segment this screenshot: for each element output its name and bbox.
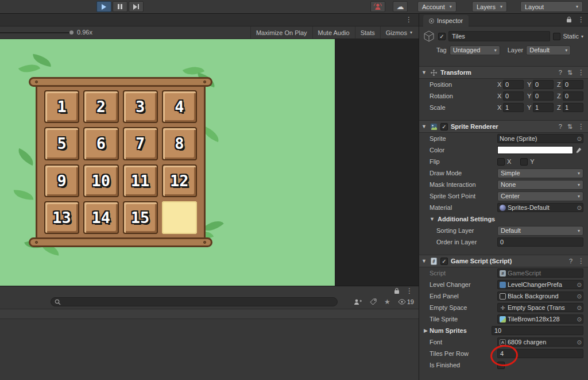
empty-space-tile[interactable] xyxy=(162,201,197,234)
play-button[interactable] xyxy=(96,1,111,12)
gameobject-name-field[interactable]: Tiles xyxy=(448,31,550,41)
foldout-arrow-icon[interactable]: ▶ xyxy=(424,328,430,333)
puzzle-tile[interactable]: 11 xyxy=(123,164,158,197)
component-enabled-checkbox[interactable] xyxy=(440,258,448,265)
puzzle-tile[interactable]: 3 xyxy=(123,90,158,123)
object-picker-icon[interactable]: ⊙ xyxy=(577,305,582,311)
lock-icon[interactable] xyxy=(566,16,572,23)
account-dropdown[interactable]: Account ▾ xyxy=(417,1,457,12)
order-in-layer-field[interactable]: 0 xyxy=(497,237,583,247)
collab-button[interactable] xyxy=(370,1,385,12)
help-icon[interactable]: ? xyxy=(559,123,562,130)
is-finished-checkbox[interactable] xyxy=(497,362,505,369)
color-swatch[interactable] xyxy=(497,146,573,154)
empty-space-object-field[interactable]: Empty Space (Trans ⊙ xyxy=(497,303,583,312)
draw-mode-dropdown[interactable]: Simple ▾ xyxy=(497,168,583,178)
num-sprites-field[interactable]: 10 xyxy=(492,326,583,335)
puzzle-tile[interactable]: 15 xyxy=(123,201,158,234)
maximize-on-play-button[interactable]: Maximize On Play xyxy=(250,26,312,39)
flip-x-checkbox[interactable] xyxy=(497,158,505,166)
object-picker-icon[interactable]: ⊙ xyxy=(577,316,582,323)
chevron-down-icon[interactable]: ▾ xyxy=(581,34,583,39)
puzzle-tile[interactable]: 14 xyxy=(83,201,118,234)
zoom-slider[interactable] xyxy=(0,32,72,33)
rotation-x-field[interactable]: 0 xyxy=(503,91,524,101)
hidden-count-toggle[interactable]: 19 xyxy=(398,298,414,305)
eyedropper-icon[interactable] xyxy=(573,145,583,155)
sprite-object-field[interactable]: None (Sprite) ⊙ xyxy=(497,134,583,143)
scale-z-field[interactable]: 1 xyxy=(563,103,583,112)
stats-button[interactable]: Stats xyxy=(355,26,380,39)
game-script-header[interactable]: ▼ # Game Script (Script) ? ⋮ xyxy=(419,255,588,267)
puzzle-tile[interactable]: 9 xyxy=(44,164,79,197)
gizmos-dropdown[interactable]: Gizmos▾ xyxy=(380,26,417,39)
person-filter-icon[interactable] xyxy=(354,298,362,305)
font-object-field[interactable]: 6809 chargen ⊙ xyxy=(497,337,583,347)
transform-header[interactable]: ▼ Transform ? ⇅ ⋮ xyxy=(419,66,588,79)
puzzle-tile[interactable]: 2 xyxy=(83,90,118,123)
rotation-y-field[interactable]: 0 xyxy=(533,91,554,101)
lock-icon[interactable] xyxy=(394,287,400,294)
tiles-per-row-field[interactable]: 4 xyxy=(497,349,583,358)
component-enabled-checkbox[interactable] xyxy=(440,123,448,130)
puzzle-tile[interactable]: 12 xyxy=(162,164,197,197)
object-picker-icon[interactable]: ⊙ xyxy=(577,339,582,346)
foldout-arrow-icon[interactable]: ▼ xyxy=(421,70,427,75)
tile-sprite-object-field[interactable]: TileBrown128x128 ⊙ xyxy=(497,314,583,324)
kebab-menu-icon[interactable]: ⋮ xyxy=(578,69,585,76)
puzzle-tile[interactable]: 7 xyxy=(123,127,158,160)
star-icon[interactable]: ★ xyxy=(384,298,390,306)
level-changer-object-field[interactable]: LevelChangerPrefa ⊙ xyxy=(497,280,583,289)
tab-inspector[interactable]: Inspector xyxy=(423,15,469,26)
sprite-renderer-header[interactable]: ▼ Sprite Renderer ? ⇅ ⋮ xyxy=(419,120,588,133)
object-picker-icon[interactable]: ⊙ xyxy=(577,136,582,142)
tag-dropdown[interactable]: Untagged ▾ xyxy=(450,45,500,55)
kebab-menu-icon[interactable]: ⋮ xyxy=(578,123,585,130)
scale-y-field[interactable]: 1 xyxy=(533,103,554,112)
position-z-field[interactable]: 0 xyxy=(563,80,583,89)
position-y-field[interactable]: 0 xyxy=(533,80,554,89)
inspector-menu-icon[interactable]: ⋮ xyxy=(578,16,585,23)
material-object-field[interactable]: Sprites-Default ⊙ xyxy=(497,203,583,212)
end-panel-object-field[interactable]: Black Background ⊙ xyxy=(497,291,583,301)
mute-audio-button[interactable]: Mute Audio xyxy=(312,26,355,39)
object-picker-icon[interactable]: ⊙ xyxy=(577,282,582,288)
kebab-menu-icon[interactable]: ⋮ xyxy=(578,258,585,264)
active-checkbox[interactable] xyxy=(438,33,446,40)
mask-interaction-dropdown[interactable]: None ▾ xyxy=(497,180,583,190)
layers-dropdown[interactable]: Layers ▾ xyxy=(472,1,507,12)
label-icon[interactable] xyxy=(370,298,377,305)
puzzle-tile[interactable]: 13 xyxy=(44,201,79,234)
scale-x-field[interactable]: 1 xyxy=(503,103,524,112)
foldout-arrow-icon[interactable]: ▼ xyxy=(421,258,427,264)
presets-icon[interactable]: ⇅ xyxy=(567,123,572,130)
foldout-arrow-icon[interactable]: ▼ xyxy=(421,124,427,129)
search-input[interactable] xyxy=(63,298,334,305)
puzzle-tile[interactable]: 10 xyxy=(83,164,118,197)
object-picker-icon[interactable]: ⊙ xyxy=(577,293,582,300)
project-breadcrumb-bar[interactable] xyxy=(0,309,419,319)
puzzle-tile[interactable]: 6 xyxy=(83,127,118,160)
sorting-layer-dropdown[interactable]: Default ▾ xyxy=(497,226,583,236)
puzzle-tile[interactable]: 1 xyxy=(44,90,79,123)
object-picker-icon[interactable]: ⊙ xyxy=(577,205,582,211)
pause-button[interactable] xyxy=(113,1,127,12)
rotation-z-field[interactable]: 0 xyxy=(563,91,583,101)
help-icon[interactable]: ? xyxy=(559,69,562,76)
additional-settings-foldout[interactable]: ▼ Additional Settings xyxy=(419,213,588,225)
presets-icon[interactable]: ⇅ xyxy=(567,69,572,76)
game-view-menu-icon[interactable]: ⋮ xyxy=(405,16,412,23)
step-button[interactable] xyxy=(129,1,144,12)
kebab-menu-icon[interactable]: ⋮ xyxy=(406,287,413,294)
search-box[interactable] xyxy=(51,297,338,306)
puzzle-tile[interactable]: 4 xyxy=(162,90,197,123)
layer-dropdown[interactable]: Default ▾ xyxy=(526,45,571,55)
static-checkbox[interactable] xyxy=(553,33,560,40)
sprite-sort-point-dropdown[interactable]: Center ▾ xyxy=(497,191,583,201)
help-icon[interactable]: ? xyxy=(569,258,572,264)
layout-dropdown[interactable]: Layout ▾ xyxy=(520,1,583,12)
puzzle-tile[interactable]: 5 xyxy=(44,127,79,160)
flip-y-checkbox[interactable] xyxy=(520,158,528,166)
puzzle-tile[interactable]: 8 xyxy=(162,127,197,160)
zoom-slider-handle[interactable] xyxy=(69,30,74,34)
